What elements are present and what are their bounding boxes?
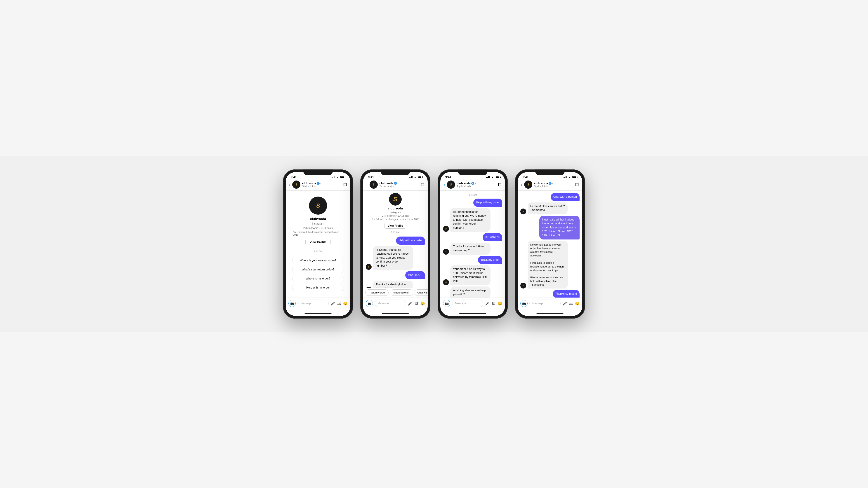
video-call-button-2[interactable]: ⧠ (421, 182, 425, 187)
bubble-4-p4: No worries! Looks like your order has be… (528, 241, 568, 289)
profile-mini-2: S club:soda Instagram 27K followers • 10… (363, 191, 428, 230)
gallery-icon-3[interactable]: 🖼 (492, 301, 495, 306)
verified-badge-3: ✓ (471, 182, 474, 185)
bubble-recv-2-p2: Thanks for sharing! How can we help? (373, 281, 413, 288)
camera-button-1[interactable]: 📷 (288, 300, 296, 307)
video-call-button-3[interactable]: ⧠ (498, 182, 502, 187)
back-button-1[interactable]: ‹ (289, 182, 290, 187)
gallery-icon-4[interactable]: 🖼 (569, 301, 573, 306)
back-button-2[interactable]: ‹ (366, 182, 368, 187)
qr-track-order-2[interactable]: Track my order (365, 289, 389, 296)
status-icons-3: ▲ (486, 176, 500, 178)
sticker-icon-3[interactable]: 😊 (498, 301, 502, 306)
qr-chat-with-2[interactable]: Chat with (414, 289, 428, 296)
profile-name-1: club:soda (310, 217, 326, 221)
sticker-icon-2[interactable]: 😊 (421, 301, 425, 306)
gallery-icon-2[interactable]: 🖼 (414, 301, 418, 306)
brand-logo-2: S (371, 182, 376, 187)
camera-button-2[interactable]: 📷 (366, 300, 373, 307)
nav-info-3: club:soda ✓ › Tap for details (457, 182, 496, 188)
message-placeholder-3: Message... (455, 302, 468, 305)
status-icons-2: ▲ (409, 176, 423, 178)
verified-badge-2: ✓ (394, 182, 397, 185)
nav-subtitle-2: Tap for details (379, 185, 418, 188)
profile-stats-2: 27K followers • 1041 posts (382, 215, 409, 217)
qr-initiate-return-2[interactable]: Initiate a return (390, 289, 413, 296)
msg-avatar-p4-1: S (520, 208, 526, 215)
brand-logo-1: S (294, 182, 299, 187)
svg-text:S: S (373, 183, 375, 186)
bubble-sent-1-p2: Help with my order (396, 236, 425, 245)
nav-name-4: club:soda ✓ › (534, 182, 573, 185)
quick-replies-1: Where is your nearest store? What's your… (288, 255, 348, 293)
view-profile-button-2[interactable]: View Profile (384, 223, 406, 229)
nav-info-4: club:soda ✓ › Tap for details (534, 182, 573, 188)
home-indicator-2 (363, 311, 428, 316)
msg-input-bar-4: 📷 Message... 🎤 🖼 😊 (518, 297, 582, 311)
timestamp-3: 9:41 AM (443, 194, 502, 196)
profile-header-1: S club:soda Instagram 27K followers • 10… (288, 193, 348, 248)
nav-chevron-1: › (320, 182, 321, 185)
msg-row-4-p4: S No worries! Looks like your order has … (520, 241, 580, 289)
msg-row-1-p4: Chat with a person (520, 193, 580, 201)
wifi-icon-3: ▲ (491, 176, 494, 178)
mic-icon-3[interactable]: 🎤 (485, 301, 490, 306)
wifi-icon-2: ▲ (414, 176, 416, 178)
status-icons-4: ▲ (563, 176, 577, 178)
bubble-recv-1-p2: Hi Shane, thanks for reaching out! We're… (373, 246, 413, 270)
back-button-4[interactable]: ‹ (521, 182, 522, 187)
msg-avatar-p4-2: S (520, 283, 526, 289)
phone-inner-4: 9:41 ▲ ‹ (518, 172, 582, 316)
msg-input-bar-1: 📷 Message... 🎤 🖼 😊 (286, 297, 350, 311)
phone-3: 9:41 ▲ ‹ (438, 169, 508, 319)
message-input-1[interactable]: Message... (298, 300, 329, 307)
nav-name-2: club:soda ✓ › (379, 182, 418, 185)
signal-bar (333, 177, 333, 178)
msg-row-sent-1-p2: Help with my order (366, 236, 425, 245)
mic-icon-1[interactable]: 🎤 (331, 301, 335, 306)
nav-name-3: club:soda ✓ › (457, 182, 496, 185)
qr-nearest-store[interactable]: Where is your nearest store? (292, 257, 344, 264)
gallery-icon-1[interactable]: 🖼 (337, 301, 341, 306)
notch-1 (303, 169, 333, 175)
nav-bar-3: ‹ S club:soda ✓ › Tap for details ⧠ (440, 180, 505, 191)
camera-button-4[interactable]: 📷 (520, 300, 528, 307)
mic-icon-2[interactable]: 🎤 (408, 301, 412, 306)
msg-row-5-p3: Track my order (443, 256, 502, 264)
nav-chevron-4: › (552, 182, 553, 185)
qr-help-order-1[interactable]: Help with my order (292, 284, 344, 291)
status-time-2: 9:41 (368, 175, 374, 179)
chat-area-2: Help with my order S Hi Shane, thanks fo… (363, 234, 428, 288)
message-input-2[interactable]: Message... (375, 300, 406, 307)
bubble-5-p3: Track my order (478, 256, 502, 264)
back-button-3[interactable]: ‹ (443, 182, 445, 187)
wifi-icon-1: ▲ (337, 176, 339, 178)
phone-inner-2: 9:41 ▲ ‹ (363, 172, 428, 316)
bubble-5-p4: Thanks so much! (553, 290, 580, 297)
nav-bar-4: ‹ S club:soda ✓ › Tap for details ⧠ (518, 180, 582, 191)
svg-point-20 (444, 294, 448, 297)
svg-text:S: S (527, 183, 529, 186)
qr-where-order[interactable]: Where is my order? (292, 275, 344, 282)
camera-button-3[interactable]: 📷 (443, 300, 450, 307)
qr-return-policy[interactable]: What's your return policy? (292, 266, 344, 273)
message-placeholder-1: Message... (301, 302, 314, 305)
message-input-4[interactable]: Message... (529, 300, 561, 307)
view-profile-button-1[interactable]: View Profile (305, 239, 331, 246)
video-call-button-1[interactable]: ⧠ (343, 182, 347, 187)
msg-row-1-p3: Help with my order (443, 199, 502, 207)
input-icons-3: 🎤 🖼 😊 (485, 301, 502, 306)
message-input-3[interactable]: Message... (452, 300, 483, 307)
sticker-icon-1[interactable]: 😊 (343, 301, 348, 306)
phone-inner-3: 9:41 ▲ ‹ (440, 172, 505, 316)
home-indicator-1 (286, 311, 350, 316)
sticker-icon-4[interactable]: 😊 (575, 301, 580, 306)
mic-icon-4[interactable]: 🎤 (562, 301, 567, 306)
profile-avatar-mid-2: S (389, 193, 402, 205)
msg-row-3-p4: I just realized that I added the wrong a… (520, 216, 580, 240)
video-call-button-4[interactable]: ⧠ (575, 182, 579, 187)
home-bar-4 (536, 313, 563, 314)
nav-info-1: club:soda ✓ › Tap for details (302, 182, 341, 188)
nav-avatar-3: S (447, 181, 455, 189)
msg-row-recv-2-p2: S Thanks for sharing! How can we help? (366, 281, 425, 288)
